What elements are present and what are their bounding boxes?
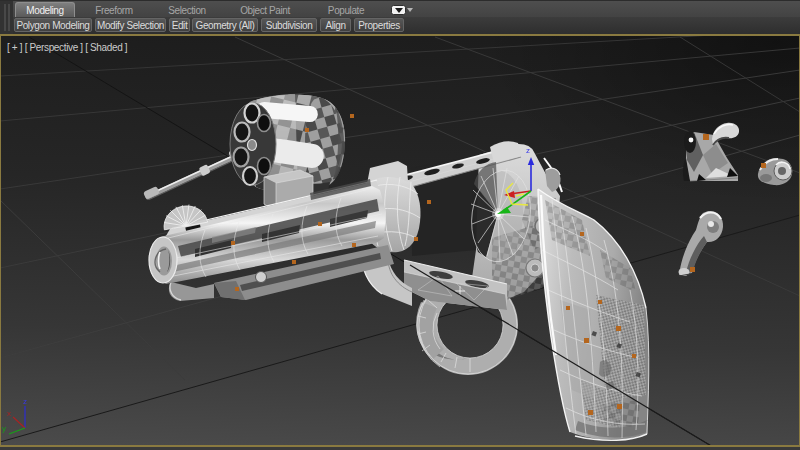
svg-text:z: z xyxy=(23,397,27,406)
svg-text:z: z xyxy=(526,146,530,155)
svg-text:y: y xyxy=(2,424,6,433)
svg-text:x: x xyxy=(7,409,11,418)
